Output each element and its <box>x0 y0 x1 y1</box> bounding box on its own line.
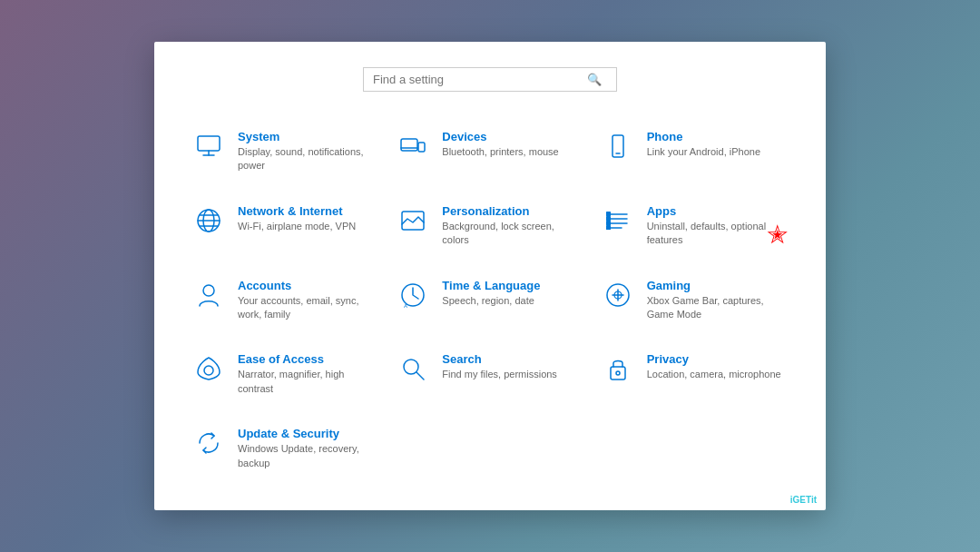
item-subtitle-time: Speech, region, date <box>442 294 540 308</box>
item-subtitle-phone: Link your Android, iPhone <box>647 145 760 159</box>
item-title-devices: Devices <box>442 130 558 143</box>
item-subtitle-system: Display, sound, notifications, power <box>238 145 378 173</box>
settings-window: 🔍 System Display, sound, notifications, … <box>154 42 826 510</box>
item-title-network: Network & Internet <box>238 204 356 218</box>
search-icon: 🔍 <box>587 73 602 86</box>
accounts-icon <box>192 279 225 311</box>
settings-item-apps[interactable]: Apps Uninstall, defaults, optional featu… <box>593 193 797 259</box>
item-text-apps: Apps Uninstall, defaults, optional featu… <box>647 204 788 248</box>
search-bar-wrapper: 🔍 <box>183 67 797 92</box>
search-input[interactable] <box>373 73 582 86</box>
search-bar: 🔍 <box>363 67 617 92</box>
settings-item-phone[interactable]: Phone Link your Android, iPhone <box>593 119 797 184</box>
svg-line-29 <box>416 372 424 380</box>
settings-item-gaming[interactable]: Gaming Xbox Game Bar, captures, Game Mod… <box>593 268 797 333</box>
svg-rect-20 <box>606 221 611 225</box>
item-title-system: System <box>238 130 378 143</box>
item-subtitle-privacy: Location, camera, microphone <box>647 368 781 381</box>
search-icon <box>397 352 429 385</box>
item-subtitle-accounts: Your accounts, email, sync, work, family <box>238 294 378 322</box>
item-text-phone: Phone Link your Android, iPhone <box>647 130 760 159</box>
settings-item-update[interactable]: Update & Security Windows Update, recove… <box>183 416 387 481</box>
item-subtitle-ease: Narrator, magnifier, high contrast <box>238 368 378 396</box>
item-title-personalization: Personalization <box>442 204 583 218</box>
settings-item-devices[interactable]: Devices Bluetooth, printers, mouse <box>387 119 592 184</box>
item-text-search: Search Find my files, permissions <box>442 352 557 381</box>
item-title-time: Time & Language <box>442 279 540 292</box>
item-subtitle-devices: Bluetooth, printers, mouse <box>442 145 558 159</box>
item-title-phone: Phone <box>647 130 760 143</box>
svg-rect-30 <box>611 367 625 380</box>
item-subtitle-update: Windows Update, recovery, backup <box>238 442 378 470</box>
item-title-apps: Apps <box>647 204 788 218</box>
item-subtitle-gaming: Xbox Game Bar, captures, Game Mode <box>647 294 788 322</box>
item-text-personalization: Personalization Background, lock screen,… <box>442 204 583 248</box>
gaming-icon <box>602 279 634 311</box>
item-title-ease: Ease of Access <box>238 352 378 366</box>
item-title-accounts: Accounts <box>238 279 378 292</box>
privacy-icon <box>602 352 634 385</box>
time-icon: A <box>397 279 429 311</box>
svg-rect-18 <box>606 212 611 216</box>
item-text-devices: Devices Bluetooth, printers, mouse <box>442 130 558 159</box>
svg-rect-3 <box>401 139 417 151</box>
settings-item-ease[interactable]: Ease of Access Narrator, magnifier, high… <box>183 341 387 407</box>
item-subtitle-personalization: Background, lock screen, colors <box>442 220 583 248</box>
monitor-icon <box>192 130 225 163</box>
item-text-ease: Ease of Access Narrator, magnifier, high… <box>238 352 378 396</box>
svg-rect-21 <box>606 225 611 230</box>
svg-rect-19 <box>606 216 611 221</box>
personalization-icon <box>397 204 429 237</box>
settings-item-time[interactable]: A Time & Language Speech, region, date <box>387 268 592 333</box>
settings-item-search[interactable]: Search Find my files, permissions <box>387 341 592 407</box>
item-text-system: System Display, sound, notifications, po… <box>238 130 378 173</box>
item-subtitle-apps: Uninstall, defaults, optional features <box>647 220 788 248</box>
item-text-time: Time & Language Speech, region, date <box>442 279 540 308</box>
item-title-gaming: Gaming <box>647 279 788 292</box>
update-icon <box>192 427 225 459</box>
devices-icon <box>397 130 429 163</box>
item-text-privacy: Privacy Location, camera, microphone <box>647 352 781 381</box>
item-subtitle-network: Wi-Fi, airplane mode, VPN <box>238 220 356 233</box>
settings-item-privacy[interactable]: Privacy Location, camera, microphone <box>593 341 797 407</box>
settings-item-accounts[interactable]: Accounts Your accounts, email, sync, wor… <box>183 268 387 333</box>
ease-icon <box>192 352 225 385</box>
settings-item-network[interactable]: Network & Internet Wi-Fi, airplane mode,… <box>183 193 387 259</box>
svg-rect-4 <box>418 143 425 152</box>
network-icon <box>192 204 225 237</box>
watermark: iGETit <box>790 495 817 505</box>
item-title-search: Search <box>442 352 557 366</box>
svg-point-31 <box>616 371 620 375</box>
item-text-gaming: Gaming Xbox Game Bar, captures, Game Mod… <box>647 279 788 322</box>
svg-rect-0 <box>198 136 220 151</box>
svg-point-27 <box>204 366 213 375</box>
phone-icon <box>602 130 634 163</box>
item-subtitle-search: Find my files, permissions <box>442 368 557 381</box>
item-title-privacy: Privacy <box>647 352 781 366</box>
item-text-update: Update & Security Windows Update, recove… <box>238 427 378 470</box>
settings-item-personalization[interactable]: Personalization Background, lock screen,… <box>387 193 592 259</box>
item-text-network: Network & Internet Wi-Fi, airplane mode,… <box>238 204 356 233</box>
svg-text:A: A <box>404 303 407 309</box>
settings-grid: System Display, sound, notifications, po… <box>183 119 797 481</box>
apps-icon <box>602 204 634 237</box>
item-text-accounts: Accounts Your accounts, email, sync, wor… <box>238 279 378 322</box>
settings-item-system[interactable]: System Display, sound, notifications, po… <box>183 119 387 184</box>
item-title-update: Update & Security <box>238 427 378 440</box>
svg-point-22 <box>203 285 214 296</box>
